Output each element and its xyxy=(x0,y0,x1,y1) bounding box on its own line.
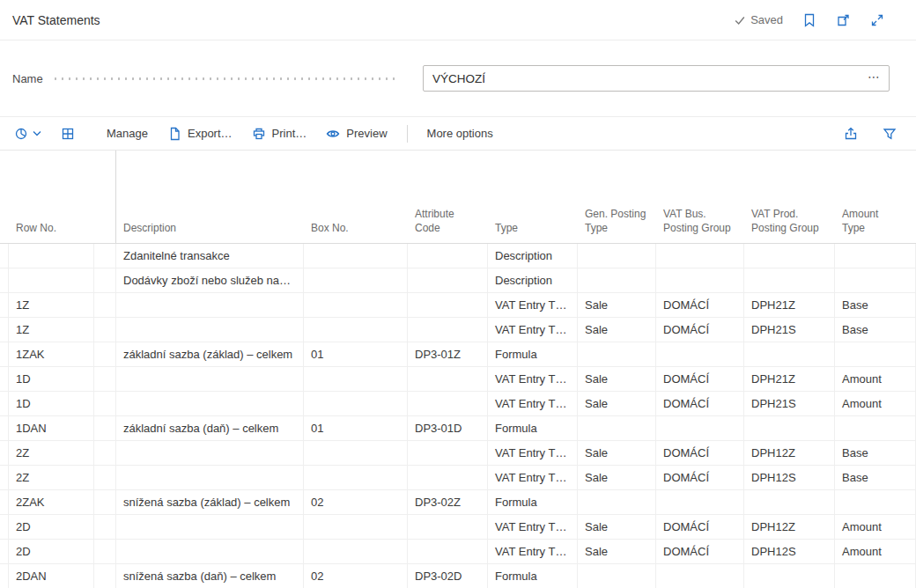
cell[interactable]: DPH21Z xyxy=(744,367,835,392)
cell[interactable] xyxy=(578,342,656,367)
cell[interactable]: 1D xyxy=(9,392,94,416)
cell[interactable]: základní sazba (daň) – celkem xyxy=(116,416,304,441)
cell[interactable]: DPH21Z xyxy=(744,293,835,318)
cell[interactable]: 02 xyxy=(304,490,408,515)
cell[interactable]: 2Z xyxy=(9,466,94,490)
print-button[interactable]: Print… xyxy=(252,127,307,141)
cell[interactable]: Sale xyxy=(578,392,656,416)
table-row[interactable]: 2ZAKsnížená sazba (základ) – celkem02DP3… xyxy=(0,490,916,515)
cell[interactable]: DOMÁCÍ xyxy=(656,318,744,342)
filter-icon[interactable] xyxy=(883,127,897,141)
cell[interactable] xyxy=(656,244,744,268)
column-header[interactable]: VAT Prod. Posting Group xyxy=(744,151,835,243)
table-row[interactable]: 1ZVAT Entry T…SaleDOMÁCÍDPH21ZBase xyxy=(0,293,916,318)
cell[interactable] xyxy=(408,515,488,540)
cell[interactable]: 01 xyxy=(304,416,408,441)
cell[interactable] xyxy=(408,540,488,564)
cell[interactable]: Zdanitelné transakce xyxy=(116,244,304,268)
column-header[interactable]: Row No. xyxy=(9,151,94,243)
cell[interactable] xyxy=(304,318,408,342)
column-header[interactable]: Amount Type xyxy=(835,151,916,243)
column-header[interactable]: Gen. Posting Type xyxy=(578,151,656,243)
table-row[interactable]: 2DANsnížená sazba (daň) – celkem02DP3-02… xyxy=(0,564,916,588)
cell[interactable] xyxy=(116,441,304,466)
cell[interactable]: 1D xyxy=(9,367,94,392)
cell[interactable] xyxy=(408,466,488,490)
cell[interactable] xyxy=(835,342,916,367)
cell[interactable]: 2ZAK xyxy=(9,490,94,515)
cell[interactable]: DPH12Z xyxy=(744,515,835,540)
cell[interactable]: VAT Entry T… xyxy=(488,318,578,342)
cell[interactable]: Base xyxy=(835,293,916,318)
bookmark-icon[interactable] xyxy=(802,13,816,27)
cell[interactable]: Description xyxy=(488,244,578,268)
cell[interactable] xyxy=(578,490,656,515)
cell[interactable]: 2DAN xyxy=(9,564,94,588)
cell[interactable]: 1ZAK xyxy=(9,342,94,367)
cell[interactable]: DOMÁCÍ xyxy=(656,540,744,564)
table-row[interactable]: 1ZVAT Entry T…SaleDOMÁCÍDPH21SBase xyxy=(0,318,916,342)
cell[interactable]: DP3-02D xyxy=(408,564,488,588)
cell[interactable]: VAT Entry T… xyxy=(488,515,578,540)
cell[interactable] xyxy=(835,416,916,441)
cell[interactable]: DPH21S xyxy=(744,318,835,342)
cell[interactable]: Sale xyxy=(578,367,656,392)
cell[interactable]: základní sazba (základ) – celkem xyxy=(116,342,304,367)
cell[interactable]: Amount xyxy=(835,367,916,392)
cell[interactable]: DOMÁCÍ xyxy=(656,392,744,416)
share-icon[interactable] xyxy=(844,127,858,141)
cell[interactable] xyxy=(304,515,408,540)
cell[interactable] xyxy=(578,268,656,293)
cell[interactable] xyxy=(744,564,835,588)
cell[interactable]: DP3-01D xyxy=(408,416,488,441)
cell[interactable] xyxy=(408,367,488,392)
expand-icon[interactable] xyxy=(870,13,884,27)
cell[interactable] xyxy=(116,318,304,342)
cell[interactable]: 2Z xyxy=(9,441,94,466)
name-input[interactable]: VÝCHOZÍ ⋯ xyxy=(423,65,890,92)
cell[interactable]: VAT Entry T… xyxy=(488,367,578,392)
cell[interactable]: VAT Entry T… xyxy=(488,441,578,466)
cell[interactable]: DPH12Z xyxy=(744,441,835,466)
cell[interactable] xyxy=(304,466,408,490)
cell[interactable] xyxy=(578,416,656,441)
cell[interactable]: Formula xyxy=(488,342,578,367)
cell[interactable]: Formula xyxy=(488,564,578,588)
column-header[interactable]: VAT Bus. Posting Group xyxy=(656,151,744,243)
table-row[interactable]: Dodávky zboží nebo služeb na…Description xyxy=(0,268,916,293)
manage-button[interactable]: Manage xyxy=(107,127,148,140)
cell[interactable]: DOMÁCÍ xyxy=(656,367,744,392)
cell[interactable] xyxy=(744,342,835,367)
cell[interactable] xyxy=(408,293,488,318)
table-row[interactable]: 2DVAT Entry T…SaleDOMÁCÍDPH12ZAmount xyxy=(0,515,916,540)
cell[interactable] xyxy=(578,244,656,268)
table-row[interactable]: 1DANzákladní sazba (daň) – celkem01DP3-0… xyxy=(0,416,916,441)
cell[interactable] xyxy=(116,392,304,416)
cell[interactable] xyxy=(304,293,408,318)
cell[interactable]: Amount xyxy=(835,515,916,540)
cell[interactable] xyxy=(656,490,744,515)
table-row[interactable]: 2ZVAT Entry T…SaleDOMÁCÍDPH12SBase xyxy=(0,466,916,490)
cell[interactable]: DOMÁCÍ xyxy=(656,515,744,540)
cell[interactable] xyxy=(656,268,744,293)
cell[interactable]: VAT Entry T… xyxy=(488,392,578,416)
cell[interactable]: Formula xyxy=(488,490,578,515)
cell[interactable]: Base xyxy=(835,466,916,490)
cell[interactable] xyxy=(408,392,488,416)
column-header[interactable]: Description xyxy=(116,151,304,243)
table-row[interactable]: 2ZVAT Entry T…SaleDOMÁCÍDPH12ZBase xyxy=(0,441,916,466)
cell[interactable]: 1Z xyxy=(9,318,94,342)
cell[interactable] xyxy=(304,392,408,416)
cell[interactable]: 01 xyxy=(304,342,408,367)
cell[interactable] xyxy=(835,564,916,588)
cell[interactable]: VAT Entry T… xyxy=(488,540,578,564)
preview-button[interactable]: Preview xyxy=(326,127,387,141)
table-row[interactable]: Zdanitelné transakceDescription xyxy=(0,244,916,268)
cell[interactable]: Formula xyxy=(488,416,578,441)
cell[interactable]: Amount xyxy=(835,392,916,416)
cell[interactable] xyxy=(408,441,488,466)
cell[interactable]: Description xyxy=(488,268,578,293)
cell[interactable]: VAT Entry T… xyxy=(488,466,578,490)
cell[interactable]: VAT Entry T… xyxy=(488,293,578,318)
open-in-window-icon[interactable] xyxy=(836,13,851,27)
